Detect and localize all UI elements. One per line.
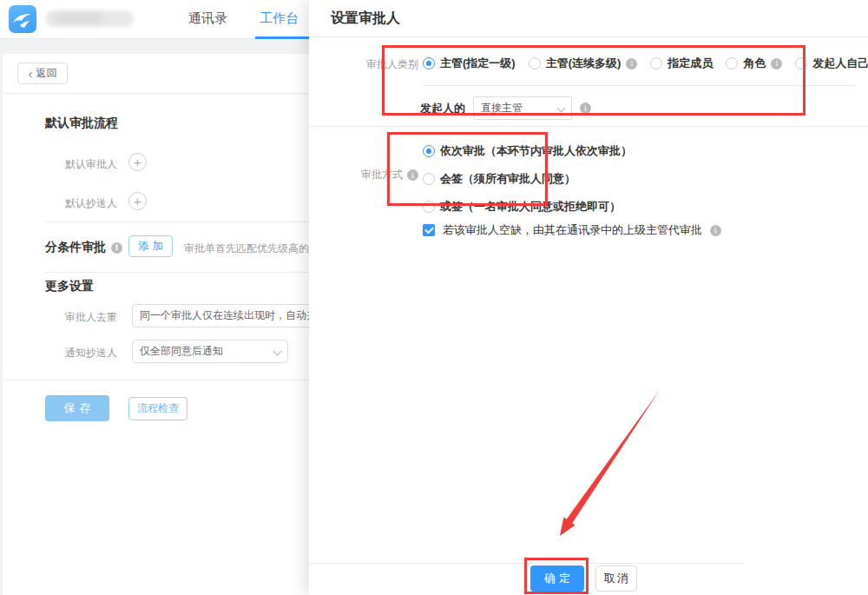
fallback-checkbox-label: 若该审批人空缺，由其在通讯录中的上级主管代审批 [443,222,702,238]
divider [3,93,312,94]
save-button[interactable]: 保存 [45,395,109,421]
checkbox-checked-icon[interactable] [423,224,435,236]
conditional-approval-label: 分条件审批 [45,240,106,255]
divider [309,36,868,37]
divider [423,85,855,86]
radio-icon [726,57,738,69]
divider [309,563,743,564]
radio-icon [650,57,662,69]
initiator-select-value: 直接主管 [481,101,523,116]
default-approver-label: 默认审批人 [65,157,117,172]
radio-supervisor-one-level[interactable]: 主管(指定一级) [423,56,516,71]
dedup-select[interactable]: 同一个审批人仅在连续出现时，自动去重 [132,304,312,327]
approver-type-label: 审批人类别 [309,57,418,72]
add-approver-button[interactable] [128,153,147,171]
info-icon[interactable] [111,242,122,254]
add-condition-button[interactable]: 添加 [128,235,173,257]
chevron-left-icon [29,66,33,81]
back-label: 返回 [36,66,57,81]
approver-type-radio-group: 主管(指定一级) 主管(连续多级) 指定成员 角色 发起人自己 [423,56,868,71]
set-approver-modal: 设置审批人 审批人类别 主管(指定一级) 主管(连续多级) 指定成员 角色 发起… [309,0,868,595]
dedup-label: 审批人去重 [65,310,117,325]
notify-cc-select-value: 仅全部同意后通知 [140,344,223,359]
conditional-approval-row: 分条件审批 [45,240,122,255]
approval-settings-panel: 返回 默认审批流程 默认审批人 默认抄送人 分条件审批 添加 审批单首先匹配优先… [3,54,312,595]
radio-selected-icon [423,57,435,69]
divider [45,221,312,222]
approval-method-label: 审批方式 [361,168,403,182]
radio-icon [795,57,807,69]
approval-method-radio-group: 依次审批（本环节内审批人依次审批） 会签（须所有审批人同意） 或签（一名审批人同… [423,143,632,215]
initiator-row: 发起人的 直接主管 [420,96,591,120]
radio-icon [423,201,435,213]
app-logo-icon[interactable] [9,5,36,33]
info-icon[interactable] [710,225,721,236]
radio-initiator-self[interactable]: 发起人自己 [795,56,868,71]
radio-countersign[interactable]: 会签（须所有审批人同意） [423,171,632,187]
radio-sequential-approval[interactable]: 依次审批（本环节内审批人依次审批） [423,143,632,159]
chevron-down-icon [557,104,566,113]
add-cc-button[interactable] [128,192,147,210]
initiator-select[interactable]: 直接主管 [473,96,572,120]
info-icon[interactable] [626,58,637,69]
modal-title: 设置审批人 [331,10,400,28]
cancel-button[interactable]: 取消 [595,565,637,592]
more-settings-title: 更多设置 [45,279,94,294]
radio-or-sign[interactable]: 或签（一名审批人同意或拒绝即可） [423,199,632,215]
radio-supervisor-multi-level[interactable]: 主管(连续多级) [529,56,638,71]
info-icon[interactable] [407,169,418,181]
info-icon[interactable] [771,58,782,69]
divider [3,380,312,380]
confirm-button[interactable]: 确定 [530,565,584,592]
approval-method-label-row: 审批方式 [309,168,418,182]
chevron-down-icon [273,347,282,356]
conditional-hint: 审批单首先匹配优先级高的条件， [184,241,312,256]
tab-workbench[interactable]: 工作台 [260,10,299,27]
fallback-checkbox-row: 若该审批人空缺，由其在通讯录中的上级主管代审批 [423,222,721,238]
notify-cc-select[interactable]: 仅全部同意后通知 [132,340,288,363]
radio-role[interactable]: 角色 [726,56,782,71]
info-icon[interactable] [580,102,591,114]
redacted-org-name-inner [54,13,104,23]
divider [45,272,312,273]
notify-cc-label: 通知抄送人 [65,346,117,360]
dedup-select-value: 同一个审批人仅在连续出现时，自动去重 [140,308,312,323]
initiator-label: 发起人的 [420,101,465,116]
active-tab-underline [255,36,312,39]
radio-icon [423,173,435,185]
tab-contacts[interactable]: 通讯录 [188,10,227,27]
radio-specified-member[interactable]: 指定成员 [650,56,713,71]
radio-icon [529,57,541,69]
radio-selected-icon [423,145,435,157]
flow-check-button[interactable]: 流程检查 [128,397,187,420]
default-flow-title: 默认审批流程 [45,116,118,131]
back-button[interactable]: 返回 [17,63,68,84]
divider [309,126,868,127]
default-cc-label: 默认抄送人 [65,196,117,211]
